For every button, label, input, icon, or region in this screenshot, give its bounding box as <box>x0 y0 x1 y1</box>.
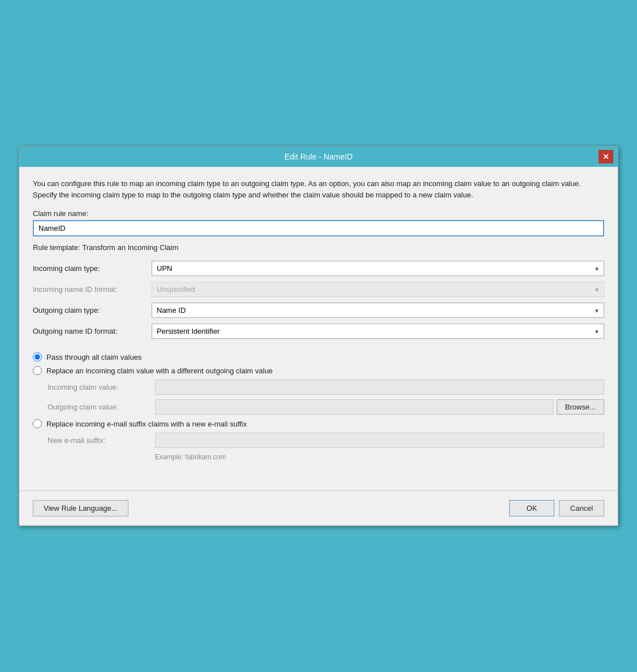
outgoing-name-id-format-label: Outgoing name ID format: <box>33 327 152 335</box>
incoming-claim-value-input[interactable] <box>155 380 604 395</box>
incoming-claim-value-label: Incoming claim value: <box>48 383 155 391</box>
footer-left: View Rule Language... <box>33 500 128 516</box>
outgoing-claim-value-control: Browse... <box>155 399 604 415</box>
incoming-claim-type-wrapper: UPN E-Mail Address Name Common Name <box>152 261 604 276</box>
incoming-name-id-format-select[interactable]: Unspecified Email Persistent Transient <box>152 282 604 297</box>
view-rule-language-button[interactable]: View Rule Language... <box>33 500 128 516</box>
outgoing-claim-value-input[interactable] <box>155 399 553 415</box>
replace-value-sub-fields: Incoming claim value: Outgoing claim val… <box>48 380 604 415</box>
claim-rule-name-input[interactable] <box>33 220 604 236</box>
incoming-name-id-format-wrapper: Unspecified Email Persistent Transient ▼ <box>152 282 604 297</box>
replace-email-radio[interactable] <box>33 419 42 428</box>
titlebar: Edit Rule - NameID ✕ <box>19 147 618 167</box>
browse-button[interactable]: Browse... <box>557 399 604 415</box>
replace-email-label[interactable]: Replace incoming e-mail suffix claims wi… <box>46 420 247 428</box>
outgoing-claim-value-label: Outgoing claim value: <box>48 403 155 411</box>
outgoing-claim-type-row: Outgoing claim type: Name ID E-Mail Addr… <box>33 303 604 318</box>
incoming-claim-type-label: Incoming claim type: <box>33 264 152 273</box>
replace-email-option: Replace incoming e-mail suffix claims wi… <box>33 419 604 428</box>
dialog-content: You can configure this rule to map an in… <box>19 167 618 477</box>
pass-through-radio[interactable] <box>33 352 42 361</box>
incoming-claim-type-select[interactable]: UPN E-Mail Address Name Common Name <box>152 261 604 276</box>
dialog-window: Edit Rule - NameID ✕ You can configure t… <box>19 146 618 526</box>
example-text: Example: fabrikam.com <box>48 453 604 461</box>
outgoing-name-id-format-row: Outgoing name ID format: Persistent Iden… <box>33 324 604 339</box>
ok-button[interactable]: OK <box>509 500 554 516</box>
description-text: You can configure this rule to map an in… <box>33 178 604 200</box>
incoming-name-id-format-label: Incoming name ID format: <box>33 285 152 294</box>
example-text-label: Example: fabrikam.com <box>155 453 226 461</box>
radio-group: Pass through all claim values Replace an… <box>33 352 604 461</box>
outgoing-name-id-format-control: Persistent Identifier Transient Identifi… <box>152 324 604 339</box>
dialog-title: Edit Rule - NameID <box>38 152 599 161</box>
incoming-name-id-format-control: Unspecified Email Persistent Transient ▼ <box>152 282 604 297</box>
pass-through-option: Pass through all claim values <box>33 352 604 361</box>
footer: View Rule Language... OK Cancel <box>19 490 618 525</box>
new-email-suffix-label: New e-mail suffix: <box>48 436 155 445</box>
claim-rule-name-label: Claim rule name: <box>33 209 604 218</box>
new-email-suffix-control <box>155 433 604 448</box>
outgoing-claim-type-control: Name ID E-Mail Address UPN Name <box>152 303 604 318</box>
incoming-claim-value-control <box>155 380 604 395</box>
replace-email-sub-fields: New e-mail suffix: Example: fabrikam.com <box>48 433 604 461</box>
outgoing-claim-value-row: Outgoing claim value: Browse... <box>48 399 604 415</box>
claim-rule-name-field: Claim rule name: <box>33 209 604 236</box>
replace-value-option: Replace an incoming claim value with a d… <box>33 366 604 375</box>
incoming-name-id-format-row: Incoming name ID format: Unspecified Ema… <box>33 282 604 297</box>
outgoing-name-id-format-wrapper: Persistent Identifier Transient Identifi… <box>152 324 604 339</box>
outgoing-claim-type-select[interactable]: Name ID E-Mail Address UPN Name <box>152 303 604 318</box>
new-email-suffix-input[interactable] <box>155 433 604 448</box>
close-button[interactable]: ✕ <box>599 150 613 163</box>
rule-template-text: Rule template: Transform an Incoming Cla… <box>33 243 604 252</box>
incoming-claim-type-control: UPN E-Mail Address Name Common Name <box>152 261 604 276</box>
replace-value-radio[interactable] <box>33 366 42 375</box>
outgoing-claim-type-label: Outgoing claim type: <box>33 306 152 315</box>
footer-right: OK Cancel <box>509 500 604 516</box>
outgoing-name-id-format-select[interactable]: Persistent Identifier Transient Identifi… <box>152 324 604 339</box>
incoming-claim-type-row: Incoming claim type: UPN E-Mail Address … <box>33 261 604 276</box>
outgoing-claim-type-wrapper: Name ID E-Mail Address UPN Name <box>152 303 604 318</box>
new-email-suffix-row: New e-mail suffix: <box>48 433 604 448</box>
pass-through-label[interactable]: Pass through all claim values <box>46 353 141 361</box>
replace-value-label[interactable]: Replace an incoming claim value with a d… <box>46 367 273 375</box>
cancel-button[interactable]: Cancel <box>559 500 604 516</box>
incoming-claim-value-row: Incoming claim value: <box>48 380 604 395</box>
